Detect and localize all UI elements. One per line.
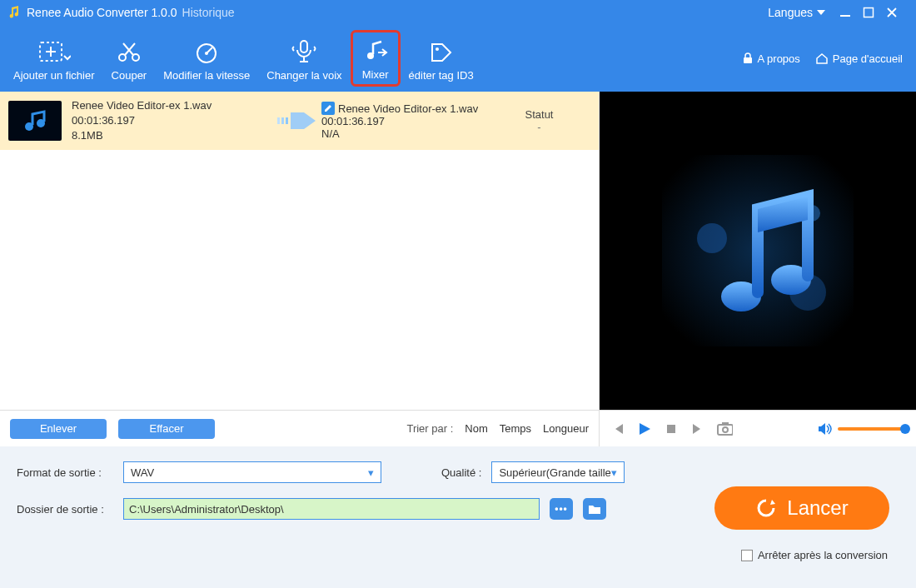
add-file-button[interactable]: Ajouter un fichier: [5, 30, 103, 87]
gauge-icon: [192, 37, 221, 66]
sort-by-label: Trier par :: [406, 422, 453, 435]
mixer-button[interactable]: Mixer: [351, 30, 401, 87]
svg-point-17: [697, 223, 727, 253]
format-combo[interactable]: WAV ▾: [123, 461, 381, 483]
destination-filename: Renee Video Editor-ex 1.wav: [338, 102, 478, 115]
cut-label: Couper: [112, 69, 147, 82]
launch-label: Lancer: [787, 496, 848, 520]
destination-size: N/A: [321, 127, 488, 140]
sort-name[interactable]: Nom: [465, 422, 487, 435]
source-info: Renee Video Editor-ex 1.wav 00:01:36.197…: [72, 98, 271, 143]
main-toolbar: Ajouter un fichier Couper Modifier la vi…: [0, 25, 916, 92]
output-folder-value: C:\Users\Administrator\Desktop\: [129, 503, 284, 516]
languages-menu[interactable]: Langues: [768, 6, 826, 19]
stop-after-row[interactable]: Arrêter après la conversion: [741, 549, 888, 561]
player-controls: [600, 410, 916, 446]
svg-rect-1: [864, 8, 874, 17]
svg-point-9: [436, 47, 439, 51]
snapshot-button[interactable]: [716, 421, 733, 437]
volume-icon[interactable]: [816, 421, 833, 437]
volume-slider[interactable]: [838, 427, 906, 431]
list-footer: Enlever Effacer Trier par : Nom Temps Lo…: [0, 410, 599, 446]
music-note-icon: [662, 155, 854, 346]
sort-length[interactable]: Longueur: [543, 422, 589, 435]
folder-label: Dossier de sortie :: [17, 503, 113, 516]
microphone-icon: [290, 37, 318, 66]
about-link[interactable]: A propos: [742, 52, 800, 65]
quality-label: Qualité :: [441, 466, 481, 479]
refresh-icon: [755, 497, 777, 519]
sort-time[interactable]: Temps: [500, 422, 531, 435]
chevron-down-icon: ▾: [368, 466, 374, 479]
output-folder-field[interactable]: C:\Users\Administrator\Desktop\: [123, 498, 540, 520]
preview-pane: [600, 92, 916, 446]
play-button[interactable]: [636, 421, 653, 437]
speed-label: Modifier la vitesse: [163, 69, 250, 82]
source-duration: 00:01:36.197: [72, 113, 271, 128]
voice-label: Changer la voix: [266, 69, 341, 82]
chevron-down-icon: ▾: [611, 466, 617, 479]
svg-point-3: [119, 54, 126, 61]
destination-duration: 00:01:36.197: [321, 115, 488, 127]
preview-area: [600, 92, 916, 410]
stop-button[interactable]: [663, 421, 680, 437]
status-column: Statut -: [488, 108, 590, 133]
maximize-button[interactable]: [863, 7, 886, 18]
format-label: Format de sortie :: [17, 466, 113, 479]
minimize-button[interactable]: [839, 7, 863, 18]
svg-point-24: [723, 427, 728, 432]
folder-icon: [588, 503, 601, 515]
launch-button[interactable]: Lancer: [714, 486, 889, 530]
svg-rect-13: [277, 117, 280, 124]
volume-knob[interactable]: [900, 424, 910, 434]
home-label: Page d'accueil: [833, 52, 903, 65]
add-file-icon: [37, 37, 71, 66]
quality-combo[interactable]: Supérieur(Grande taille) ▾: [491, 461, 625, 483]
id3-button[interactable]: éditer tag ID3: [401, 30, 482, 87]
edit-icon[interactable]: [321, 102, 335, 115]
add-file-label: Ajouter un fichier: [13, 69, 95, 82]
app-logo-icon: [7, 5, 22, 20]
more-button[interactable]: •••: [550, 498, 573, 520]
id3-label: éditer tag ID3: [409, 69, 474, 82]
mixer-label: Mixer: [362, 68, 389, 81]
status-header: Statut: [488, 108, 590, 121]
file-list-pane: Renee Video Editor-ex 1.wav 00:01:36.197…: [0, 92, 600, 446]
title-bar: Renee Audio Converter 1.0.0 Historique L…: [0, 0, 916, 25]
app-title: Renee Audio Converter 1.0.0: [27, 6, 177, 19]
svg-rect-23: [718, 425, 733, 435]
svg-rect-10: [744, 57, 752, 63]
svg-rect-15: [286, 117, 288, 124]
home-link[interactable]: Page d'accueil: [815, 52, 903, 65]
source-filename: Renee Video Editor-ex 1.wav: [72, 98, 271, 113]
file-thumbnail: [8, 101, 62, 141]
stop-after-checkbox[interactable]: [741, 550, 753, 561]
file-row[interactable]: Renee Video Editor-ex 1.wav 00:01:36.197…: [0, 92, 599, 150]
source-size: 8.1MB: [72, 128, 271, 143]
svg-point-6: [205, 52, 208, 55]
remove-button[interactable]: Enlever: [10, 419, 107, 439]
cut-button[interactable]: Couper: [103, 30, 156, 87]
clear-button[interactable]: Effacer: [118, 419, 215, 439]
about-label: A propos: [758, 52, 800, 65]
mixer-icon: [361, 37, 390, 65]
destination-info: Renee Video Editor-ex 1.wav 00:01:36.197…: [321, 102, 488, 140]
close-button[interactable]: [886, 7, 909, 18]
scissors-icon: [115, 37, 143, 66]
svg-point-4: [132, 54, 139, 61]
svg-rect-14: [281, 117, 284, 124]
languages-label: Langues: [768, 6, 813, 19]
next-button[interactable]: [689, 421, 706, 437]
history-link[interactable]: Historique: [182, 6, 235, 19]
tag-icon: [427, 37, 456, 66]
speed-button[interactable]: Modifier la vitesse: [155, 30, 258, 87]
prev-button[interactable]: [610, 421, 626, 437]
svg-rect-25: [722, 422, 729, 426]
voice-button[interactable]: Changer la voix: [258, 30, 350, 87]
svg-rect-7: [301, 41, 307, 52]
lock-icon: [742, 52, 754, 64]
format-value: WAV: [131, 466, 368, 479]
status-value: -: [488, 121, 590, 133]
chevron-down-icon: [816, 8, 826, 17]
open-folder-button[interactable]: [583, 498, 606, 520]
